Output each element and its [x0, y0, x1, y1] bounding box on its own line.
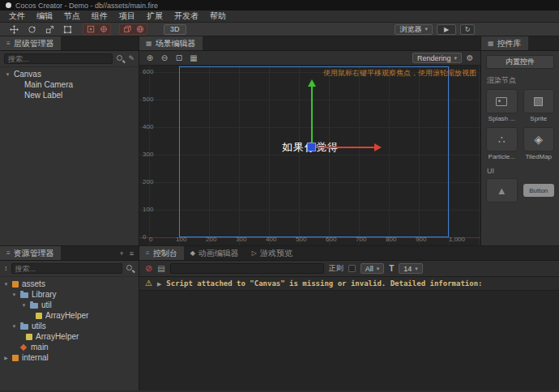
tab-control-library[interactable]: ▦ 控件库: [481, 36, 528, 50]
gizmo-x-axis-arrow[interactable]: [313, 147, 374, 148]
ui-section-label: UI: [487, 167, 554, 175]
menu-edit[interactable]: 编辑: [31, 11, 58, 22]
coordinate-local-button[interactable]: [121, 24, 133, 34]
filter-icon[interactable]: ↕: [4, 265, 8, 272]
particle-card[interactable]: ∴: [486, 127, 518, 151]
expander-icon[interactable]: ▼: [11, 292, 17, 297]
font-size-icon: T: [389, 265, 394, 273]
play-button[interactable]: ▶: [437, 24, 456, 35]
assets-menu-icon[interactable]: ≡: [130, 250, 134, 258]
refresh-button[interactable]: ↻: [460, 24, 475, 35]
gizmo-y-axis-arrow[interactable]: [311, 87, 313, 147]
chevron-down-icon: ▾: [377, 266, 380, 272]
scene-hint-text: 使用鼠标右键平移观察焦点，使用滚轮缩放视图: [323, 68, 476, 79]
tree-node-main-camera[interactable]: Main Camera: [0, 79, 139, 90]
tab-assets[interactable]: ≡ 资源管理器: [0, 246, 61, 260]
library-item-splash[interactable]: Splash ...: [486, 89, 518, 122]
tab-animation-editor[interactable]: ◆ 动画编辑器: [184, 246, 245, 260]
console-toolbar: ⊘ ▤ 正则 All ▾ T 14 ▾: [139, 261, 559, 277]
world-coords-icon: [136, 25, 144, 33]
pivot-center-button[interactable]: [84, 24, 96, 34]
hierarchy-tab-label: 层级管理器: [14, 38, 54, 49]
tree-node-util[interactable]: ▼ util: [0, 300, 139, 310]
button-preview[interactable]: Button: [523, 184, 555, 197]
library-item-sprite[interactable]: Sprite: [523, 89, 555, 122]
tree-node-canvas[interactable]: ▼ Canvas: [0, 69, 139, 79]
hierarchy-panel: ≡ 层级管理器 ✎ ▼ Canvas Main Camera New Label: [0, 36, 139, 245]
pivot-toggle-group: [83, 23, 111, 35]
menu-file[interactable]: 文件: [3, 11, 31, 22]
rotate-icon: [28, 25, 36, 34]
regex-checkbox[interactable]: [348, 265, 356, 272]
splash-card[interactable]: [486, 89, 518, 113]
preview-target-select[interactable]: 浏览器 ▾: [395, 24, 433, 35]
collapse-logs-button[interactable]: ▤: [157, 265, 164, 273]
tree-node-utils[interactable]: ▼ utils: [0, 321, 139, 331]
clear-console-button[interactable]: ⊘: [145, 264, 152, 273]
rect-tool-button[interactable]: [60, 23, 75, 35]
scene-canvas[interactable]: 使用鼠标右键平移观察焦点，使用滚轮缩放视图 600 500 400 300 20…: [139, 66, 480, 245]
search-icon[interactable]: [116, 54, 125, 63]
assets-search-row: ↕: [0, 261, 139, 277]
library-item-particle[interactable]: ∴ Particle...: [486, 127, 518, 160]
menu-node[interactable]: 节点: [58, 11, 86, 22]
expander-icon[interactable]: ▼: [21, 303, 27, 308]
log-expander-icon[interactable]: ▶: [157, 281, 161, 287]
tree-node-new-label[interactable]: New Label: [0, 90, 139, 100]
zoom-in-button[interactable]: ⊕: [143, 53, 156, 64]
hierarchy-search-input[interactable]: [4, 53, 113, 64]
rotate-tool-button[interactable]: [24, 23, 39, 35]
expander-icon[interactable]: ▼: [11, 324, 17, 329]
tree-node-internal[interactable]: ▶ internal: [0, 352, 139, 363]
console-filter-input[interactable]: [170, 263, 324, 274]
log-entry-warning[interactable]: ⚠ ▶ Script attached to "Canvas" is missi…: [139, 277, 559, 291]
ui-node-card[interactable]: ▲: [486, 178, 518, 202]
menu-extension[interactable]: 扩展: [141, 11, 169, 22]
coordinate-world-button[interactable]: [134, 24, 146, 34]
font-size-select[interactable]: 14 ▾: [399, 263, 423, 274]
pivot-anchor-button[interactable]: [97, 24, 109, 34]
create-asset-button[interactable]: +: [119, 250, 123, 258]
assets-search-input[interactable]: [11, 263, 123, 274]
gizmo-center-handle[interactable]: [307, 143, 316, 151]
scale-tool-button[interactable]: [42, 23, 57, 35]
tab-scene-editor[interactable]: ▦ 场景编辑器: [139, 36, 203, 50]
tab-hierarchy[interactable]: ≡ 层级管理器: [0, 36, 61, 50]
menu-developer[interactable]: 开发者: [169, 11, 204, 22]
builtin-controls-button[interactable]: 内置控件: [486, 55, 554, 69]
search-icon[interactable]: [126, 264, 134, 273]
library-item-ui-node[interactable]: ▲: [486, 178, 518, 202]
library-item-tiledmap[interactable]: ◈ TiledMap: [523, 127, 555, 160]
menu-project[interactable]: 项目: [113, 11, 141, 22]
log-level-select[interactable]: All ▾: [361, 263, 385, 274]
move-tool-button[interactable]: [6, 23, 21, 35]
expander-icon[interactable]: ▼: [5, 72, 11, 77]
tree-node-main-scene[interactable]: main: [0, 342, 139, 352]
zoom-reset-button[interactable]: ⊡: [173, 53, 186, 64]
titlebar: Cocos Creator - Demo - db//assets/main.f…: [0, 0, 559, 11]
expander-icon[interactable]: ▼: [3, 282, 9, 287]
render-nodes-section-label: 渲染节点: [487, 75, 554, 86]
script-file-icon: [36, 313, 42, 319]
menu-component[interactable]: 组件: [86, 11, 113, 22]
rendering-select[interactable]: Rendering ▾: [412, 53, 462, 63]
tab-game-preview[interactable]: ▷ 游戏预览: [245, 246, 299, 260]
gizmo-x-arrowhead-icon[interactable]: [374, 143, 382, 151]
tiledmap-icon: ◈: [534, 133, 543, 146]
tree-node-arrayhelper-2[interactable]: ArrayHelper: [0, 331, 139, 342]
menu-help[interactable]: 帮助: [204, 11, 232, 22]
3d-mode-button[interactable]: 3D: [164, 24, 186, 35]
library-item-button[interactable]: Button: [523, 178, 555, 202]
scene-settings-button[interactable]: ⚙: [463, 53, 476, 64]
grid-toggle-button[interactable]: ▦: [187, 53, 200, 64]
zoom-out-button[interactable]: ⊖: [158, 53, 171, 64]
gizmo-y-arrowhead-icon[interactable]: [308, 79, 316, 87]
tree-node-arrayhelper[interactable]: ArrayHelper: [0, 310, 139, 321]
tiledmap-card[interactable]: ◈: [523, 127, 555, 151]
tree-node-library[interactable]: ▼ Library: [0, 289, 139, 300]
sprite-card[interactable]: [523, 89, 555, 113]
expander-icon[interactable]: ▶: [3, 356, 9, 360]
tab-console[interactable]: ≡ 控制台: [139, 246, 184, 260]
tree-node-assets[interactable]: ▼ assets: [0, 279, 139, 289]
edit-icon[interactable]: ✎: [128, 55, 134, 62]
